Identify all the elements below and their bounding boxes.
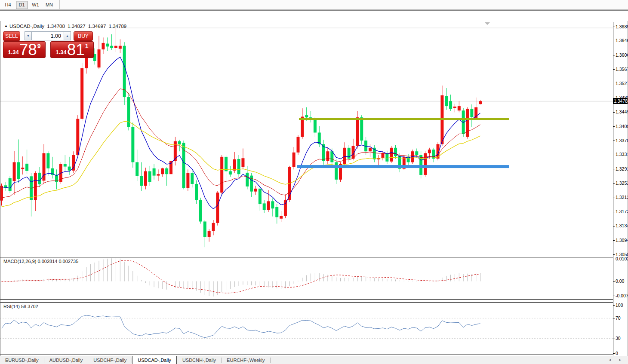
rsi-tick-100-tick [613,305,615,306]
support-ray [297,165,509,168]
current-price-tag: 1.34789 [613,98,628,104]
bid-quote-button[interactable]: 1.34 78 9 [3,41,46,58]
volume-stepper: ▼ ▲ [25,31,71,41]
price-tick-1.32520: 1.32520 [616,180,628,186]
tab-eurusd[interactable]: EURUSD-,Daily [0,356,44,364]
macd-tick-0.00-tick [613,281,615,282]
macd-histogram [2,258,480,297]
macd-signal-line [2,260,480,293]
timeframe-buttons: H4D1W1MN [0,1,55,9]
rsi-value: 58.3702 [21,304,38,309]
timeframe-button-h4[interactable]: H4 [2,1,14,9]
price-tick-1.32910-tick [613,169,615,169]
macd-label: MACD(12,26,9) 0.002814 0.002735 [3,259,78,264]
price-tick-1.33310-tick [613,155,615,155]
tabstrip-border-left [0,356,132,356]
bid-pips: 78 [19,43,37,57]
resistance-ray [299,118,509,120]
volume-increase-button[interactable]: ▲ [64,31,71,40]
price-tick-1.35670: 1.35670 [616,67,628,72]
price-tick-1.36850-tick [613,27,615,27]
rsi-tick-30: 30 [616,336,621,341]
ask-prefix: 1.34 [55,49,66,55]
toolbar-separator [59,0,60,10]
timeframe-button-d1[interactable]: D1 [16,1,28,9]
timeframe-button-w1[interactable]: W1 [30,1,41,9]
price-tick-1.36850: 1.36850 [616,24,628,29]
volume-input[interactable] [32,31,64,40]
rsi-line [2,315,480,338]
bid-prefix: 1.34 [8,49,18,55]
macd-tick-0.00: 0.00 [616,278,624,284]
price-tick-1.31730: 1.31730 [616,209,628,214]
macd-signal-value: 0.002735 [58,259,78,264]
volume-decrease-button[interactable]: ▼ [25,31,32,40]
tab-usdcnh[interactable]: USDCNH-,Daily [177,356,221,364]
macd-main-value: 0.002814 [37,259,57,264]
price-tick-1.36460: 1.36460 [616,38,628,43]
ohlc-high: 1.34827 [68,24,86,29]
tab-usdcad[interactable]: USDCAD-,Daily [132,356,177,364]
price-tick-1.33310: 1.33310 [616,152,628,157]
sell-button[interactable]: SELL [3,31,20,41]
tab-audusd[interactable]: AUDUSD-,Daily [44,356,88,364]
rsi-tick-30-tick [613,339,615,339]
trading-platform-window: H4D1W1MN ▲USDCAD-,Daily 1.34708 1.34827 … [0,0,628,364]
candles-group [0,28,482,248]
ohlc-close: 1.34789 [109,24,127,29]
price-tick-1.35270-tick [613,84,615,84]
mid-ma-line [2,89,480,198]
tabstrip-border-right [177,356,628,356]
macd-tick--0.007477-tick [613,296,615,296]
price-axis[interactable]: 1.368501.364601.360601.356701.352701.348… [613,22,628,355]
ask-quote-button[interactable]: 1.34 81 1 [50,41,94,58]
timeframe-button-mn[interactable]: MN [43,1,55,9]
ohlc-low: 1.34697 [88,24,106,29]
price-tick-1.30940: 1.30940 [616,238,628,243]
fast-ma-line [2,57,480,209]
rsi-canvas[interactable] [0,302,613,355]
tab-usdchf[interactable]: USDCHF-,Daily [88,356,132,364]
price-tick-1.30940-tick [613,240,615,241]
symbol-label: USDCAD-,Daily [9,24,44,29]
price-tick-1.33700-tick [613,141,615,141]
price-tick-1.32120-tick [613,198,615,198]
chart-window: ▲USDCAD-,Daily 1.34708 1.34827 1.34697 1… [0,10,628,355]
rsi-tick-70-tick [613,318,615,318]
buy-button[interactable]: BUY [74,31,93,41]
symbol-tab-strip: EURUSD-,DailyAUDUSD-,DailyUSDCHF-,DailyU… [0,356,628,364]
price-tick-1.34490-tick [613,112,615,113]
macd-canvas[interactable] [0,257,613,299]
price-tick-1.36060-tick [613,55,615,55]
rsi-label: RSI(14) 58.3702 [3,304,38,309]
price-tick-1.30550-tick [613,254,615,255]
ohlc-open: 1.34708 [47,24,65,29]
price-tick-1.32520-tick [613,183,615,184]
main-panel-bottom-border [0,255,613,255]
macd-tick-0.010229: 0.010229 [616,256,628,261]
price-tick-1.31340-tick [613,226,615,226]
price-tick-1.34090: 1.34090 [616,124,628,129]
tab-scroll-right-icon[interactable]: ▸ [619,358,621,362]
tab-eurchf[interactable]: EURCHF-,Weekly [222,356,270,364]
symbol-tabs: EURUSD-,DailyAUDUSD-,DailyUSDCHF-,DailyU… [0,356,271,364]
price-tick-1.36060: 1.36060 [616,52,628,58]
tab-scroll-left-icon[interactable]: ◂ [609,358,611,362]
price-tick-1.34490: 1.34490 [616,109,628,114]
chart-shift-marker-icon [485,22,490,25]
price-tick-1.35270: 1.35270 [616,81,628,86]
timeframe-toolbar: H4D1W1MN [0,0,628,10]
price-tick-1.34090-tick [613,126,615,127]
window-left-border [0,21,0,364]
bid-point: 9 [37,43,41,49]
collapse-triangle-icon[interactable]: ▲ [4,24,8,28]
macd-tick-0.010229-tick [613,259,615,259]
rsi-tick-0: 0 [616,351,618,356]
price-tick-1.32910: 1.32910 [616,166,628,171]
one-click-trade-panel: SELL ▼ ▲ BUY 1.34 78 9 1.34 81 1 [3,31,94,58]
chart-title: ▲USDCAD-,Daily 1.34708 1.34827 1.34697 1… [4,24,128,29]
price-tick-1.31730-tick [613,212,615,212]
rsi-panel-bottom-border [0,355,613,355]
ask-point: 1 [85,43,89,49]
ask-pips: 81 [67,43,85,57]
